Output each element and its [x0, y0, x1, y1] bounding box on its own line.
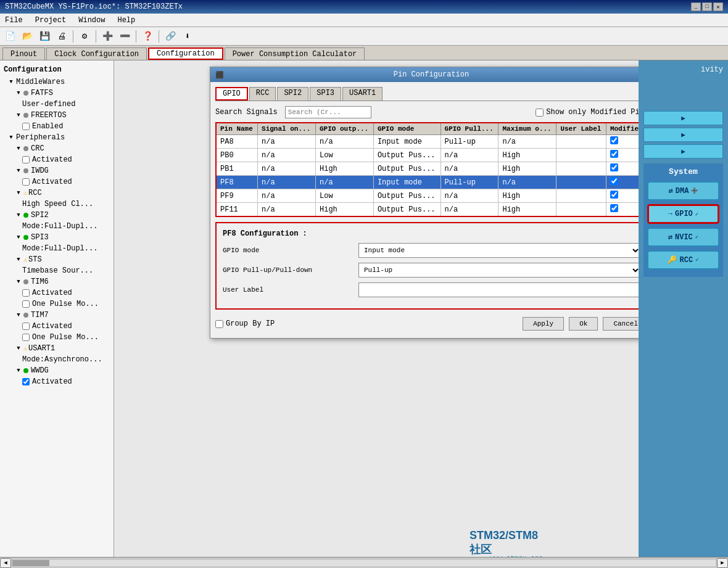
sidebar-item-spi2[interactable]: ▼ SPI2 — [0, 210, 114, 221]
toolbar-remove[interactable]: ➖ — [117, 29, 132, 44]
nvic-button[interactable]: ⇄ NVIC ✓ — [647, 228, 719, 247]
table-row[interactable]: PA8 n/a n/a Input mode Pull-up n/a — [216, 135, 639, 149]
dma-button[interactable]: ⇄ DMA ➕ — [647, 181, 719, 200]
menu-window[interactable]: Window — [76, 15, 107, 26]
group-by-ip-checkbox[interactable] — [215, 320, 223, 328]
cell-label — [556, 162, 606, 176]
sidebar-item-freertos-enabled[interactable]: Enabled — [0, 121, 114, 132]
sidebar-item-wwdg[interactable]: ▼ WWDG — [0, 365, 114, 376]
sidebar-item-wwdg-activated[interactable]: Activated — [0, 376, 114, 387]
table-row[interactable]: PF9 n/a Low Output Pus... n/a High — [216, 189, 639, 203]
gpio-tab-rcc[interactable]: RCC — [249, 87, 276, 101]
sidebar-item-rcc-highspeed[interactable]: High Speed Cl... — [0, 199, 114, 210]
cell-pin-name: PF8 — [216, 176, 258, 189]
sidebar-item-freertos[interactable]: ▼ FREERTOS — [0, 110, 114, 121]
sidebar-item-tim6-activated[interactable]: Activated — [0, 287, 114, 298]
gpio-tab-gpio[interactable]: GPIO — [215, 87, 248, 101]
tab-power-consumption[interactable]: Power Consumption Calculator — [225, 47, 365, 60]
sidebar-item-sts-timebase[interactable]: Timebase Sour... — [0, 265, 114, 276]
right-panel: ivity ▶ ▶ ▶ System ⇄ DMA ➕ → G — [639, 60, 728, 568]
toolbar-link[interactable]: 🔗 — [163, 29, 178, 44]
maximize-button[interactable]: □ — [702, 2, 712, 11]
table-row-selected[interactable]: PF8 n/a n/a Input mode Pull-up n/a — [216, 176, 639, 189]
scroll-left-button[interactable]: ◀ — [0, 558, 11, 568]
wwdg-activated-checkbox[interactable] — [22, 378, 30, 385]
arrow-btn-1[interactable]: ▶ — [643, 111, 723, 125]
sidebar-item-user-defined[interactable]: User-defined — [0, 99, 114, 110]
arrow-btn-3[interactable]: ▶ — [643, 144, 723, 158]
sidebar-item-usart1-mode[interactable]: Mode:Asynchrono... — [0, 354, 114, 365]
arrow-btn-2[interactable]: ▶ — [643, 128, 723, 142]
gpio-button[interactable]: → GPIO ✓ — [647, 204, 719, 224]
content-area: ⬛ Pin Configuration ✕ GPIO RCC SPI2 — [114, 60, 639, 568]
user-label-row: User Label — [223, 282, 639, 297]
scroll-thumb[interactable] — [12, 560, 49, 566]
iwdg-activated-checkbox[interactable] — [22, 178, 30, 186]
tab-pinout[interactable]: Pinout — [2, 47, 45, 60]
tab-clock-configuration[interactable]: Clock Configuration — [46, 47, 147, 60]
tim6-onepulse-checkbox[interactable] — [22, 300, 30, 308]
minimize-button[interactable]: _ — [691, 2, 701, 11]
tim6-activated-checkbox[interactable] — [22, 289, 30, 297]
scroll-track[interactable] — [12, 560, 716, 566]
toolbar-help[interactable]: ❓ — [140, 29, 155, 44]
horizontal-scrollbar[interactable]: ◀ ▶ — [0, 557, 728, 568]
menu-help[interactable]: Help — [115, 15, 138, 26]
tim7-activated-checkbox[interactable] — [22, 323, 30, 330]
system-label: System — [647, 167, 719, 176]
table-row[interactable]: PB1 n/a High Output Pus... n/a High — [216, 162, 639, 176]
gpio-pull-select[interactable]: Pull-up Pull-down No pull-up and no pull… — [358, 263, 639, 278]
gpio-tab-spi3[interactable]: SPI3 — [310, 87, 341, 101]
sidebar-item-iwdg-activated[interactable]: Activated — [0, 176, 114, 187]
sidebar-item-spi3-mode[interactable]: Mode:Full-Dupl... — [0, 243, 114, 254]
scroll-right-button[interactable]: ▶ — [717, 558, 728, 568]
gpio-mode-select[interactable]: Input mode Output Push Pull Output Open … — [358, 243, 639, 258]
apply-button[interactable]: Apply — [523, 317, 564, 331]
sidebar-item-crc-activated[interactable]: Activated — [0, 154, 114, 165]
sidebar-item-fatfs[interactable]: ▼ FATFS — [0, 88, 114, 99]
tim7-onepulse-checkbox[interactable] — [22, 334, 30, 341]
sts-label: STS — [28, 255, 42, 264]
user-label-input[interactable] — [358, 282, 639, 297]
sidebar-item-sts[interactable]: ▼ ⚠ STS — [0, 254, 114, 265]
crc-activated-checkbox[interactable] — [22, 156, 30, 163]
sidebar-item-rcc[interactable]: ▼ ⚠ RCC — [0, 187, 114, 199]
ok-button[interactable]: Ok — [569, 317, 598, 331]
sidebar-item-tim7[interactable]: ▼ TIM7 — [0, 310, 114, 321]
sidebar-section-middlewares[interactable]: ▼ MiddleWares — [0, 76, 114, 88]
gpio-tab-spi2[interactable]: SPI2 — [277, 87, 308, 101]
table-row[interactable]: PF11 n/a High Output Pus... n/a High — [216, 203, 639, 217]
sidebar-item-spi2-mode[interactable]: Mode:Full-Dupl... — [0, 221, 114, 232]
freertos-enabled-checkbox[interactable] — [22, 123, 30, 130]
menu-project[interactable]: Project — [33, 15, 68, 26]
show-modified-checkbox[interactable] — [536, 109, 544, 117]
sidebar-item-tim7-activated[interactable]: Activated — [0, 321, 114, 332]
sidebar-section-peripherals[interactable]: ▼ Peripherals — [0, 132, 114, 143]
sidebar-item-tim6-onepulse[interactable]: One Pulse Mo... — [0, 298, 114, 310]
sidebar-item-tim6[interactable]: ▼ TIM6 — [0, 276, 114, 287]
sidebar-item-crc[interactable]: ▼ CRC — [0, 143, 114, 154]
toolbar-open[interactable]: 📂 — [20, 29, 35, 44]
tab-configuration[interactable]: Configuration — [148, 47, 223, 60]
sidebar-item-iwdg[interactable]: ▼ IWDG — [0, 165, 114, 176]
toolbar-settings[interactable]: ⚙ — [77, 29, 92, 44]
toolbar-new[interactable]: 📄 — [2, 29, 17, 44]
sidebar-item-spi3[interactable]: ▼ SPI3 — [0, 232, 114, 243]
sidebar-item-usart1[interactable]: ▼ ⚠ USART1 — [0, 343, 114, 354]
toolbar-add[interactable]: ➕ — [100, 29, 115, 44]
sidebar-item-tim7-onepulse[interactable]: One Pulse Mo... — [0, 332, 114, 343]
search-input[interactable] — [285, 106, 371, 118]
menu-file[interactable]: File — [2, 15, 25, 26]
separator-4 — [159, 30, 159, 43]
rcc-sys-button[interactable]: 🔑 RCC ✓ — [647, 250, 719, 270]
cell-label — [556, 189, 606, 203]
toolbar-save2[interactable]: 🖨 — [54, 29, 69, 44]
warning-icon-rcc: ⚠ — [23, 189, 27, 197]
cancel-button[interactable]: Cancel — [603, 317, 639, 331]
table-row[interactable]: PB0 n/a Low Output Pus... n/a High — [216, 149, 639, 162]
gpio-tab-usart1[interactable]: USART1 — [342, 87, 383, 101]
main-area: Configuration ▼ MiddleWares ▼ FATFS User… — [0, 60, 728, 568]
close-button[interactable]: ✕ — [713, 2, 723, 11]
toolbar-download[interactable]: ⬇ — [180, 29, 195, 44]
toolbar-save[interactable]: 💾 — [37, 29, 52, 44]
